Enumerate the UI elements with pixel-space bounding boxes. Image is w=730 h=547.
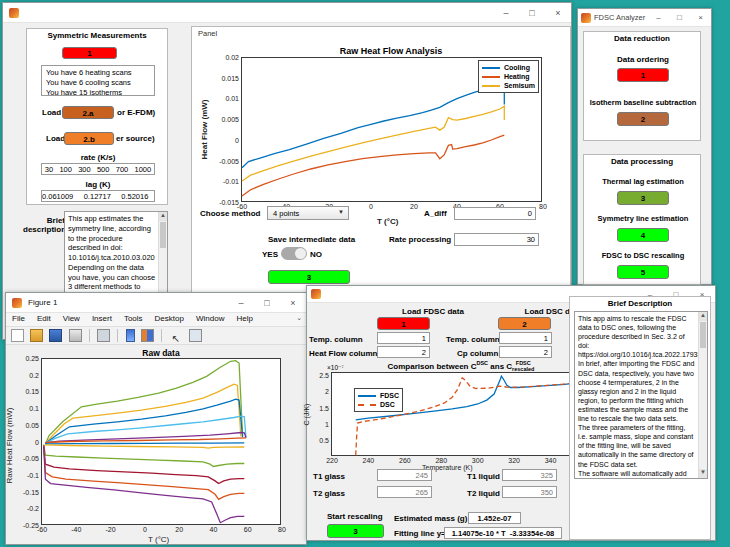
estimated-mass-field: 1.452e-07 <box>468 512 521 524</box>
load-dsc-button-2[interactable]: 2 <box>498 317 551 330</box>
minimize-icon[interactable]: – <box>648 9 669 27</box>
menu-item-help[interactable]: Help <box>230 313 258 323</box>
a-diff-label: A_diff <box>424 209 447 218</box>
open-file-icon[interactable] <box>30 329 43 342</box>
start-rescaling-button-3[interactable]: 3 <box>327 524 384 538</box>
choose-method-label: Choose method <box>200 209 260 218</box>
lag-input[interactable]: 0.061009 0.12717 0.52016 0.6 <box>41 190 155 202</box>
minimize-icon[interactable]: – <box>228 293 254 313</box>
y-multiplier-label: ×10⁻⁷ <box>327 364 344 372</box>
data-cursor-icon[interactable]: ↖ <box>169 332 182 345</box>
matlab-app-icon <box>311 289 321 299</box>
x-tick-label: 0 <box>354 203 388 210</box>
insert-legend-icon[interactable] <box>141 329 154 342</box>
property-editor-icon[interactable] <box>189 329 202 342</box>
menu-item-insert[interactable]: Insert <box>86 313 118 323</box>
a-diff-input[interactable]: 0 <box>454 207 536 220</box>
fdsc-titlebar: FDSC Analyzer – □ × <box>578 9 711 27</box>
heat-flow-column-input[interactable]: 2 <box>377 346 430 358</box>
raw-data-ylabel: Raw Heat Flow (mW) <box>5 407 14 483</box>
load-a-label-right: or E-FDM) <box>117 108 155 117</box>
series-heating-1000 <box>45 361 242 445</box>
load-button-2a[interactable]: 2.a <box>62 106 114 119</box>
menu-item-view[interactable]: View <box>57 313 86 323</box>
close-icon[interactable]: × <box>280 293 306 313</box>
t2-liquid-input[interactable]: 350 <box>502 486 557 498</box>
start-rescaling-label: Start rescaling <box>327 512 383 521</box>
y-tick-label: 0.25 <box>1 355 39 362</box>
close-icon[interactable]: × <box>690 9 711 27</box>
fitting-line-label: Fitting line y= <box>394 529 446 538</box>
menu-item-file[interactable]: File <box>6 313 31 323</box>
fdsc-rescaling-button-5[interactable]: 5 <box>617 265 669 279</box>
load-button-2b[interactable]: 2.b <box>64 132 114 145</box>
brief-desc-scrollbar[interactable]: ▲ ▼ <box>698 312 707 478</box>
menu-overflow-icon[interactable]: ⌄ <box>296 314 302 322</box>
series-cooling-30 <box>45 443 244 444</box>
x-tick-label: 0 <box>128 526 162 533</box>
t2-glass-input[interactable]: 265 <box>377 486 432 498</box>
scroll-up-icon[interactable]: ▲ <box>699 312 707 321</box>
method-dropdown[interactable]: 4 points ▼ <box>267 206 349 220</box>
x-tick-label: -40 <box>59 526 93 533</box>
comparison-ylabel: C (J/K) <box>303 404 310 426</box>
y-tick-label: 0.15 <box>1 388 39 395</box>
close-icon[interactable]: × <box>545 3 571 23</box>
panel-title: Symmetric Measurements <box>27 29 167 40</box>
legend-line-heating <box>482 76 500 78</box>
y-tick-label: 0.2 <box>1 372 39 379</box>
data-ordering-button-1[interactable]: 1 <box>617 68 669 82</box>
toggle-knob[interactable] <box>295 248 306 259</box>
data-processing-panel: Data processing Thermal lag estimation 3… <box>583 154 701 285</box>
t1-glass-label: T1 glass <box>313 472 345 481</box>
isotherm-button-2[interactable]: 2 <box>617 112 669 126</box>
maximize-icon[interactable]: □ <box>669 9 690 27</box>
temp-column-left-label: Temp. column <box>309 335 363 344</box>
thermal-lag-button-3[interactable]: 3 <box>617 191 669 205</box>
print-icon[interactable] <box>69 329 82 342</box>
raw-data-axes: -60-40-20020406080-0.25-0.2-0.15-0.1-0.0… <box>41 358 281 525</box>
cp-column-input[interactable]: 2 <box>499 346 552 358</box>
isotherm-label: Isotherm baseline subtraction <box>584 98 702 107</box>
symmetry-line-button-4[interactable]: 4 <box>617 228 669 242</box>
scroll-up-icon[interactable]: ▲ <box>159 212 167 221</box>
temp-column-left-input[interactable]: 1 <box>377 332 430 344</box>
rate-label: rate (K/s) <box>27 153 169 162</box>
x-tick-label: 320 <box>497 457 531 464</box>
load-fdsc-button-1[interactable]: 1 <box>377 317 430 330</box>
yes-label: YES <box>262 250 278 259</box>
brief-description-text[interactable]: This app aims to rescale the FDSC data t… <box>574 311 708 479</box>
x-tick-label: 20 <box>162 526 196 533</box>
minimize-icon[interactable]: – <box>493 3 519 23</box>
matlab-figure-icon <box>12 298 22 308</box>
new-figure-icon[interactable] <box>11 329 24 342</box>
rate-input[interactable]: 30 100 300 500 700 1000 <box>41 163 155 175</box>
edit-plot-icon[interactable] <box>97 329 110 342</box>
save-figure-icon[interactable] <box>49 329 62 342</box>
x-tick-label: 40 <box>196 526 230 533</box>
insert-colorbar-icon[interactable] <box>126 329 135 342</box>
t1-glass-input[interactable]: 245 <box>377 469 432 481</box>
data-reduction-title: Data reduction <box>584 32 700 43</box>
load-data-button-1[interactable]: 1 <box>62 47 117 59</box>
brief-description-panel: Brief Description This app aims to resca… <box>569 296 711 540</box>
x-tick-label: 340 <box>534 457 568 464</box>
t1-liquid-input[interactable]: 325 <box>502 469 557 481</box>
menu-item-desktop[interactable]: Desktop <box>149 313 190 323</box>
maximize-icon[interactable]: □ <box>519 3 545 23</box>
process-button-3[interactable]: 3 <box>268 270 350 284</box>
temp-column-right-input[interactable]: 1 <box>499 332 552 344</box>
x-tick-label: 240 <box>351 457 385 464</box>
raw-data-title: Raw data <box>41 348 281 358</box>
rate-processing-input[interactable]: 30 <box>454 233 539 246</box>
menu-item-window[interactable]: Window <box>190 313 230 323</box>
t1-liquid-label: T1 liquid <box>467 472 500 481</box>
save-toggle[interactable] <box>281 247 307 260</box>
scroll-down-icon[interactable]: ▼ <box>699 469 707 478</box>
matlab-app-icon <box>581 13 591 23</box>
maximize-icon[interactable]: □ <box>254 293 280 313</box>
menu-item-tools[interactable]: Tools <box>118 313 149 323</box>
menu-item-edit[interactable]: Edit <box>31 313 57 323</box>
y-tick-label: 0.015 <box>201 75 239 82</box>
panel-label: Panel <box>198 29 217 38</box>
